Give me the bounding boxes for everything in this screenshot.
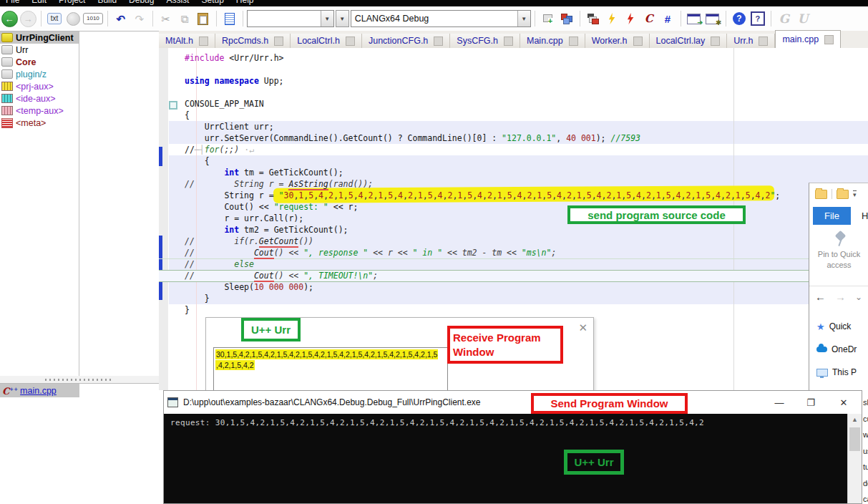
file-icon (711, 37, 720, 46)
debug-run-button[interactable] (622, 10, 639, 27)
console-title-bar[interactable]: D:\upp\out\examples-bazaar\CLANGx64.Debu… (164, 391, 862, 414)
menu-item-edit[interactable]: Edit (31, 0, 47, 5)
package-item[interactable]: <prj-aux> (0, 80, 159, 92)
explorer-item-onedr[interactable]: OneDr (816, 342, 857, 357)
file-item-main-cpp[interactable]: C++ main.cpp (0, 384, 79, 397)
code-line: } (185, 304, 190, 316)
file-list-panel: C++ main.cpp (0, 383, 160, 504)
menu-item-build[interactable]: Build (97, 0, 117, 5)
package-item[interactable]: plugin/z (0, 68, 159, 80)
upp-search-button[interactable]: U (794, 10, 811, 27)
tab-JunctionCFG-h[interactable]: JunctionCFG.h (362, 34, 450, 48)
scrollbar-thumb[interactable] (849, 427, 860, 451)
context-help-button[interactable]: ? (749, 10, 766, 27)
copy-icon: ⧉ (180, 14, 188, 24)
navigate-back-button[interactable]: ← (1, 10, 18, 27)
code-line: // else (185, 258, 254, 270)
explorer-item-quick[interactable]: ★Quick (816, 319, 851, 334)
close-icon[interactable]: ✕ (578, 321, 587, 334)
chevron-down-icon[interactable]: ▼ (517, 11, 530, 26)
folder-icon[interactable] (815, 190, 827, 199)
tab-Urr-h[interactable]: Urr.h (727, 34, 775, 48)
edit-file-button[interactable] (221, 10, 238, 27)
code-line: // String r = AsString(rand()); (185, 178, 373, 190)
tab-main-cpp[interactable]: main.cpp (775, 30, 841, 50)
pin-to-quick-access-button[interactable]: Pin to Quick (809, 250, 868, 258)
close-button[interactable]: ✕ (826, 391, 861, 414)
menu-item-project[interactable]: Project (59, 0, 85, 5)
config-dropdown-button[interactable]: ▼ (336, 10, 349, 27)
scroll-up-icon[interactable]: ▲ (848, 416, 862, 423)
text-mode-button[interactable]: txt (46, 10, 63, 27)
tab-SysCFG-h[interactable]: SysCFG.h (450, 34, 520, 48)
run-button[interactable] (603, 10, 620, 27)
tab-MtAlt-h[interactable]: MtAlt.h (159, 34, 215, 48)
main-config-combobox[interactable]: ▼ (247, 10, 334, 27)
explorer-edge-fragment: sk (863, 398, 868, 407)
menu-item-setup[interactable]: Setup (201, 0, 223, 5)
navigate-forward-button[interactable]: → (19, 10, 36, 27)
code-line: urr.SetServer(CommandLine().GetCount() ?… (185, 132, 640, 144)
back-arrow-icon[interactable]: ← (815, 291, 826, 303)
designer-mode-button[interactable] (64, 10, 82, 27)
pc-icon (816, 369, 828, 377)
toolbar-separator (107, 11, 108, 26)
package-item[interactable]: UrrPingClient (0, 32, 79, 44)
chevron-down-icon[interactable]: ⌄ (855, 292, 862, 302)
package-add-button[interactable]: + (540, 10, 557, 27)
package-item[interactable]: Core (0, 56, 159, 68)
ribbon-toggle-icon[interactable]: ▾ (853, 190, 857, 198)
tab-LocalCtrl-lay[interactable]: LocalCtrl.lay (650, 34, 728, 48)
menu-item-assist[interactable]: Assist (166, 0, 189, 5)
file-item-label: main.cpp (20, 386, 57, 396)
build-method-combobox[interactable]: CLANGx64 Debug ▼ (351, 10, 531, 27)
txt-icon: txt (47, 13, 62, 24)
explorer-home-tab[interactable]: H (862, 210, 868, 221)
explorer-item-this-p[interactable]: This P (816, 365, 857, 379)
binary-icon: 1010 (83, 13, 103, 24)
editor-tab-bar: MtAlt.hRpcCmds.hLocalCtrl.hJunctionCFG.h… (159, 31, 868, 50)
package-item[interactable]: <meta> (0, 117, 159, 129)
menu-item-help[interactable]: Help (236, 0, 254, 5)
console-scrollbar[interactable]: ▲ (847, 414, 862, 503)
google-search-button[interactable]: G (776, 10, 793, 27)
tab-LocalCtrl-h[interactable]: LocalCtrl.h (291, 34, 362, 48)
menu-item-debug[interactable]: Debug (129, 0, 154, 5)
panel-splitter[interactable] (0, 376, 160, 383)
code-line: CONSOLE_APP_MAIN (185, 98, 264, 110)
help-button[interactable]: ? (731, 10, 748, 27)
copy-button[interactable]: ⧉ (176, 10, 193, 27)
tab-RpcCmds-h[interactable]: RpcCmds.h (215, 34, 291, 48)
undo-button[interactable]: ↶ (112, 10, 130, 27)
minimize-button[interactable]: — (764, 391, 795, 414)
menu-item-file[interactable]: File (6, 0, 19, 5)
build-package-button[interactable] (558, 10, 575, 27)
binary-mode-button[interactable]: 1010 (83, 10, 103, 27)
build-flags-button[interactable] (585, 10, 602, 27)
chevron-down-icon[interactable]: ▼ (321, 11, 333, 26)
menu-items[interactable]: FileEditProjectBuildDebugAssistSetupHelp (0, 0, 868, 5)
package-item[interactable]: <temp-aux> (0, 105, 159, 117)
preprocess-button[interactable]: # (659, 10, 676, 27)
pin-to-quick-access-button[interactable]: access (809, 261, 868, 269)
code-line: int tm = GetTickCount(); (185, 167, 343, 178)
code-line: Cout() << "request: " << r; (185, 201, 358, 213)
toolbar-separator (580, 11, 580, 26)
tab-Worker-h[interactable]: Worker.h (585, 34, 650, 48)
file-icon (633, 37, 643, 46)
tab-Main-cpp[interactable]: Main.cpp (520, 34, 585, 48)
fold-marker-icon[interactable] (169, 101, 177, 110)
cut-button[interactable]: ✂ (157, 10, 175, 27)
package-item[interactable]: <ide-aux> (0, 92, 159, 105)
execute-button[interactable]: ➜ (686, 10, 703, 27)
compile-file-button[interactable]: C (640, 10, 658, 27)
explorer-file-tab[interactable]: File (813, 207, 851, 225)
maximize-button[interactable]: ❐ (795, 391, 826, 414)
meta-red-icon (1, 118, 13, 128)
package-item[interactable]: Urr (0, 44, 159, 56)
paste-button[interactable] (195, 10, 212, 27)
folder-icon[interactable] (837, 190, 849, 199)
redo-button[interactable]: ↷ (131, 10, 148, 27)
forward-arrow-icon[interactable]: → (835, 291, 846, 303)
debug-window-button[interactable]: ✱ (704, 10, 721, 27)
